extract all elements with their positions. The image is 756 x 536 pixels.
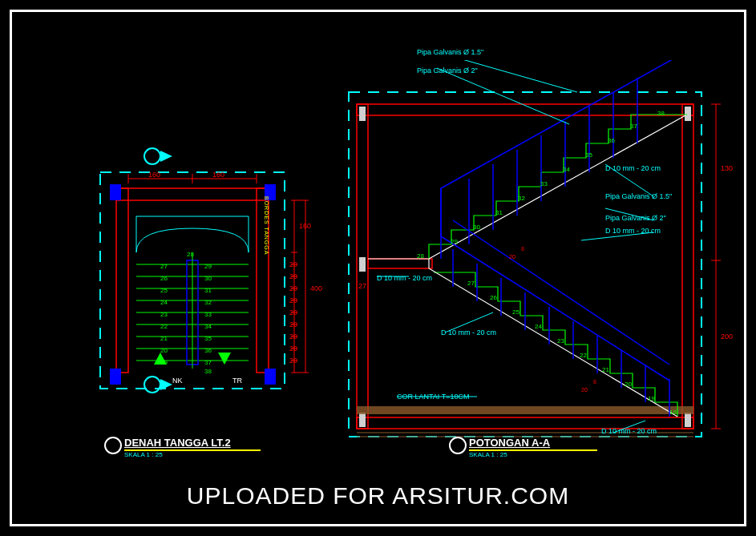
section-title-marker-icon <box>449 437 467 454</box>
dim-200: 200 <box>721 332 733 341</box>
dim-400: 400 <box>310 284 322 292</box>
step-29: 29 <box>204 263 212 270</box>
svg-rect-2 <box>116 188 128 373</box>
svg-rect-54 <box>685 413 691 427</box>
step-36: 36 <box>204 347 212 354</box>
svg-marker-9 <box>160 151 172 162</box>
step-37: 37 <box>204 359 212 366</box>
svg-rect-7 <box>265 369 276 385</box>
tr-label: TR <box>232 377 242 385</box>
sn-38: 38 <box>657 110 665 117</box>
step-38: 38 <box>204 368 212 375</box>
step-26: 26 <box>160 275 168 282</box>
plan-drawing <box>60 124 349 445</box>
sn-30: 30 <box>473 224 480 231</box>
step-34: 34 <box>204 323 212 330</box>
step-19: 19 <box>160 359 168 366</box>
svg-rect-55 <box>357 406 693 414</box>
sn-28: 28 <box>417 252 424 260</box>
svg-rect-52 <box>359 257 366 272</box>
svg-marker-11 <box>160 379 172 390</box>
dim-20-9: 20 <box>289 357 297 365</box>
d10-e: D 10 mm - 20 cm <box>605 227 661 235</box>
sn-24: 24 <box>535 323 542 330</box>
dim-130: 130 <box>721 164 733 172</box>
step-30: 30 <box>204 275 212 282</box>
svg-rect-48 <box>368 259 432 268</box>
dim-20-4: 20 <box>289 296 297 304</box>
section-drawing <box>333 60 734 461</box>
d10-d: D 10 mm - 20 cm <box>601 427 657 435</box>
cor-lantai: COR LANTAI T=10CM <box>397 393 469 401</box>
sn-21: 21 <box>602 366 609 373</box>
dim-20-5: 20 <box>289 308 297 316</box>
sn-32: 32 <box>518 195 525 202</box>
dim-20-7: 20 <box>289 332 297 341</box>
watermark-text: UPLOADED FOR ARSITUR.COM <box>12 482 744 510</box>
section-arrow-top <box>144 148 172 164</box>
sn-37: 37 <box>630 123 637 130</box>
riser-20b: 20 <box>581 387 588 393</box>
step-25: 25 <box>160 287 168 294</box>
pipa-15-b: Pipa Galvanis Ø 1.5" <box>605 192 672 200</box>
svg-line-77 <box>437 60 577 92</box>
step-27: 27 <box>160 263 168 270</box>
d10-a: D 10 mm - 20 cm <box>605 164 661 172</box>
nk-label: NK <box>172 377 183 385</box>
sn-35: 35 <box>585 151 592 159</box>
step-24: 24 <box>160 299 168 306</box>
sn-29: 29 <box>451 238 458 245</box>
dim-20-1: 20 <box>289 260 297 268</box>
step-23: 23 <box>160 311 168 318</box>
step-21: 21 <box>160 335 168 342</box>
sn-22: 22 <box>580 352 587 359</box>
sn-19: 19 <box>648 395 655 402</box>
dim-160-b: 160 <box>212 171 224 179</box>
sn-36: 36 <box>608 137 615 144</box>
pipa-2-a: Pipa Galvanis Ø 2" <box>417 66 478 75</box>
svg-marker-43 <box>218 353 231 365</box>
step-35: 35 <box>204 335 212 342</box>
tread-8a: 8 <box>521 246 524 252</box>
title-marker-icon <box>104 437 122 454</box>
svg-rect-47 <box>682 104 693 429</box>
pipa-2-b: Pipa Galvanis Ø 2" <box>605 214 666 222</box>
sn-26: 26 <box>490 294 497 301</box>
tread-8b: 8 <box>593 379 596 385</box>
svg-rect-50 <box>359 107 366 121</box>
step-28: 28 <box>187 251 194 258</box>
dim-20-6: 20 <box>289 320 297 328</box>
step-22: 22 <box>160 323 168 330</box>
dim-20-3: 20 <box>289 284 297 292</box>
svg-rect-44 <box>349 92 701 437</box>
svg-rect-51 <box>685 107 691 121</box>
dim-160-r: 160 <box>299 222 311 230</box>
section-arrow-bottom <box>144 377 172 393</box>
sn-20: 20 <box>625 381 632 388</box>
svg-point-8 <box>144 148 160 164</box>
svg-rect-4 <box>110 184 121 200</box>
svg-point-10 <box>144 377 160 393</box>
sn-34: 34 <box>563 166 570 173</box>
step-32: 32 <box>204 299 212 306</box>
d10-c: D 10 mm - 20 cm <box>441 328 496 337</box>
section-title: POTONGAN A-A <box>469 437 550 449</box>
svg-rect-6 <box>110 369 121 385</box>
dim-160-a: 160 <box>148 171 160 179</box>
sn-33: 33 <box>540 180 548 187</box>
bordes-label: BORDES TANGGA <box>264 196 269 255</box>
step-20: 20 <box>160 347 168 354</box>
pipa-15-a: Pipa Galvanis Ø 1.5" <box>417 48 483 56</box>
sn-25: 25 <box>512 308 519 316</box>
step-33: 33 <box>204 311 212 318</box>
d10-b: D 10 mm - 20 cm <box>377 274 432 282</box>
plan-scale: SKALA 1 : 25 <box>124 451 163 458</box>
sn-31: 31 <box>495 209 503 216</box>
sn-18: 18 <box>669 409 677 416</box>
section-scale: SKALA 1 : 25 <box>469 451 507 458</box>
svg-rect-53 <box>359 413 366 427</box>
sn-23: 23 <box>557 337 564 345</box>
dim-27: 27 <box>358 282 366 290</box>
drawing-frame: 160 160 400 160 20 20 20 20 20 20 20 20 … <box>10 10 746 526</box>
sn-27: 27 <box>467 280 475 287</box>
